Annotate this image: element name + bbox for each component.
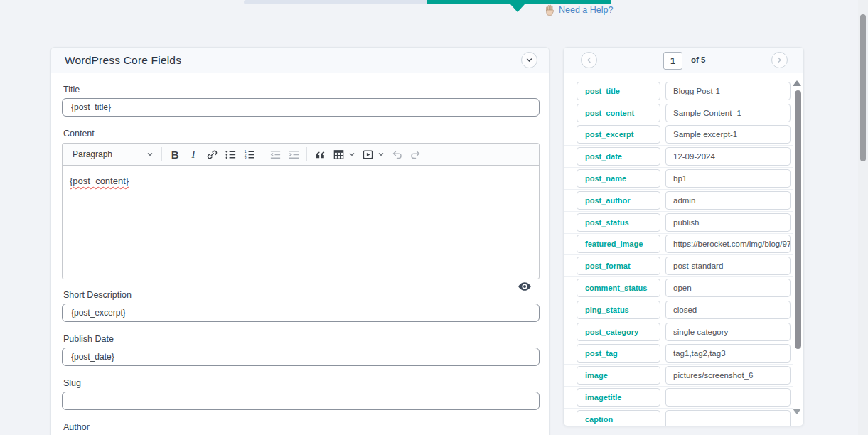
toolbar-divider	[161, 147, 162, 161]
field-name[interactable]: post_status	[577, 213, 660, 232]
collapse-panel-button[interactable]	[521, 52, 537, 68]
mapping-row: featured_image https://berocket.com/img/…	[564, 234, 793, 256]
content-editor: Paragraph B I	[62, 143, 540, 279]
content-placeholder-token: {post_content}	[70, 176, 129, 186]
outdent-button[interactable]	[266, 146, 284, 163]
table-dropdown-caret[interactable]	[348, 151, 355, 158]
step-caret-icon	[510, 4, 525, 12]
mapping-row: comment_status open	[564, 277, 793, 299]
bulleted-list-button[interactable]	[221, 146, 240, 163]
bulleted-list-icon	[225, 149, 237, 161]
slug-input[interactable]	[62, 392, 540, 410]
media-dropdown-caret[interactable]	[377, 151, 385, 158]
field-name[interactable]: post_name	[577, 169, 660, 188]
redo-button[interactable]	[406, 146, 424, 163]
prev-record-button[interactable]	[581, 52, 597, 68]
title-input[interactable]	[62, 98, 540, 117]
toolbar-divider	[306, 147, 307, 161]
link-button[interactable]	[203, 146, 221, 163]
mapping-row: ping_status closed	[564, 299, 793, 321]
need-help-link[interactable]: Need a Help?	[545, 4, 613, 16]
field-value: Sample excerpt-1	[665, 125, 791, 144]
panel-scroll-up-icon[interactable]	[793, 80, 801, 86]
field-name[interactable]: featured_image	[577, 235, 660, 253]
field-name[interactable]: imagetitle	[577, 388, 660, 407]
field-value: closed	[665, 301, 791, 319]
field-value: single category	[665, 323, 791, 341]
field-name[interactable]: post_excerpt	[577, 125, 660, 144]
mapping-row: image pictures/screenshot_6	[564, 365, 793, 387]
insert-table-button[interactable]	[329, 146, 348, 163]
field-value: admin	[665, 191, 791, 210]
block-quote-button[interactable]	[311, 146, 329, 163]
slug-label: Slug	[63, 378, 81, 388]
editor-content-area[interactable]: {post_content}	[63, 166, 539, 196]
field-name[interactable]: post_content	[577, 104, 660, 122]
field-value: publish	[665, 213, 791, 232]
mapping-row: imagetitle	[564, 387, 793, 409]
title-label: Title	[63, 85, 80, 95]
chevron-down-icon	[348, 151, 355, 158]
panel-title: WordPress Core Fields	[65, 54, 181, 67]
panel-scrollbar-thumb[interactable]	[795, 90, 801, 349]
field-name[interactable]: post_date	[577, 147, 660, 166]
field-name[interactable]: post_author	[577, 191, 660, 210]
field-value: Sample Content -1	[665, 104, 791, 122]
field-name[interactable]: post_category	[577, 323, 660, 341]
next-record-button[interactable]	[771, 52, 788, 68]
link-icon	[206, 149, 218, 161]
field-name[interactable]: image	[577, 366, 660, 385]
block-quote-icon	[314, 149, 326, 161]
content-label: Content	[63, 129, 95, 139]
hand-icon	[545, 4, 555, 16]
field-value: bp1	[665, 169, 791, 188]
indent-icon	[288, 149, 300, 161]
mapping-row: post_category single category	[564, 321, 793, 343]
field-value: tag1,tag2,tag3	[665, 344, 791, 362]
record-count-label: of 5	[691, 55, 705, 64]
field-value: pictures/screenshot_6	[665, 366, 791, 385]
bold-button[interactable]: B	[166, 146, 184, 163]
mapping-row: post_status publish	[564, 212, 793, 234]
need-help-label: Need a Help?	[559, 5, 613, 15]
field-value: post-standard	[665, 257, 791, 275]
field-name[interactable]: post_format	[577, 257, 660, 275]
preview-eye-icon[interactable]	[518, 281, 532, 293]
field-value: open	[665, 279, 791, 297]
field-name[interactable]: post_title	[577, 82, 660, 100]
mapping-list: post_title Blogg Post-1 post_content Sam…	[564, 73, 793, 426]
panel-scroll-down-icon[interactable]	[793, 409, 801, 414]
author-label: Author	[63, 422, 90, 432]
toolbar-divider	[262, 147, 262, 161]
chevron-down-icon	[146, 151, 154, 158]
mapping-row: post_tag tag1,tag2,tag3	[564, 343, 793, 365]
editor-toolbar: Paragraph B I	[63, 144, 539, 166]
indent-button[interactable]	[284, 146, 303, 163]
publish-date-input[interactable]	[62, 348, 540, 366]
insert-media-icon	[362, 149, 374, 161]
page-scrollbar-track[interactable]	[858, 0, 868, 435]
paragraph-dropdown[interactable]: Paragraph	[67, 146, 158, 163]
field-name[interactable]: comment_status	[577, 279, 660, 297]
page-scrollbar-thumb[interactable]	[860, 14, 866, 161]
left-panel-header: WordPress Core Fields	[51, 48, 549, 73]
import-mapping-screen: Need a Help? WordPress Core Fields Title…	[0, 0, 868, 435]
right-panel-header: of 5	[564, 48, 803, 73]
field-name[interactable]: post_tag	[577, 344, 660, 362]
record-number-input[interactable]	[663, 52, 682, 70]
mapping-row: post_author admin	[564, 190, 793, 212]
italic-button[interactable]: I	[184, 146, 203, 163]
insert-media-button[interactable]	[358, 146, 377, 163]
field-name[interactable]: ping_status	[577, 301, 660, 319]
short-description-input[interactable]	[62, 304, 540, 322]
field-name[interactable]: caption	[577, 410, 660, 426]
chevron-down-icon	[377, 151, 385, 158]
numbered-list-icon: 123	[243, 149, 255, 161]
csv-preview-panel: of 5 post_title Blogg Post-1 post_conten…	[563, 47, 804, 426]
numbered-list-button[interactable]: 123	[240, 146, 258, 163]
mapping-row: post_date 12-09-2024	[564, 146, 793, 168]
short-description-label: Short Description	[63, 290, 132, 300]
wordpress-core-fields-panel: WordPress Core Fields Title Content Para…	[50, 47, 550, 435]
mapping-row: post_excerpt Sample excerpt-1	[564, 124, 793, 146]
undo-button[interactable]	[387, 146, 406, 163]
